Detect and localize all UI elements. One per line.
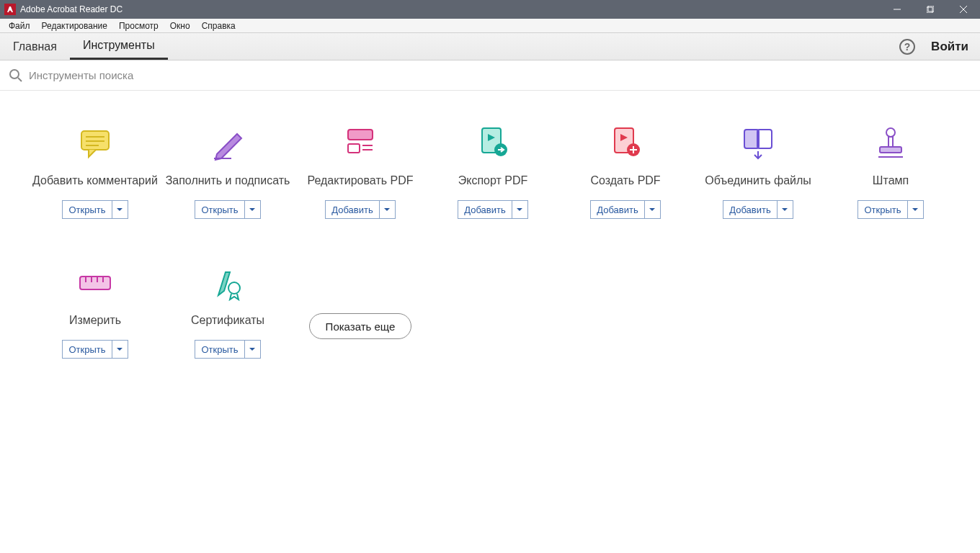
certificate-icon	[210, 265, 246, 301]
svg-rect-25	[888, 137, 893, 147]
tools-panel: Добавить комментарий Открыть Заполнить и…	[0, 91, 980, 359]
tool-action-menu[interactable]	[245, 200, 261, 219]
tool-action-menu[interactable]	[908, 200, 924, 219]
stamp-icon	[873, 125, 909, 161]
show-more-button[interactable]: Показать еще	[309, 313, 412, 339]
tool-action-button[interactable]: Открыть	[858, 200, 907, 219]
combine-files-icon	[740, 125, 776, 161]
menu-help[interactable]: Справка	[196, 19, 241, 33]
tool-action-button[interactable]: Открыть	[195, 200, 244, 219]
svg-line-6	[18, 78, 22, 81]
menu-window[interactable]: Окно	[164, 19, 196, 33]
svg-rect-28	[80, 276, 110, 289]
searchbar	[0, 60, 980, 91]
signin-button[interactable]: Войти	[931, 40, 968, 54]
menubar: Файл Редактирование Просмотр Окно Справк…	[0, 19, 980, 33]
tool-action-menu[interactable]	[778, 200, 793, 219]
search-icon	[9, 68, 23, 83]
help-glyph: ?	[904, 41, 911, 53]
edit-pdf-icon	[342, 125, 378, 161]
tool-label: Добавить комментарий	[32, 166, 158, 196]
tab-tools[interactable]: Инструменты	[70, 33, 168, 60]
tool-label: Штамп	[873, 166, 909, 196]
menu-file[interactable]: Файл	[3, 19, 36, 33]
tool-create-pdf[interactable]: Создать PDF Добавить	[559, 125, 692, 219]
tab-home[interactable]: Главная	[0, 33, 70, 60]
create-pdf-icon	[607, 125, 643, 161]
svg-rect-2	[928, 6, 934, 12]
svg-rect-26	[880, 147, 901, 153]
tool-action-menu[interactable]	[245, 340, 261, 359]
tool-action-menu[interactable]	[112, 200, 128, 219]
app-icon	[4, 4, 16, 15]
tool-label: Сертификаты	[191, 305, 264, 336]
svg-rect-13	[348, 144, 360, 153]
tool-action-button[interactable]: Добавить	[723, 200, 777, 219]
tool-stamp[interactable]: Штамп Открыть	[824, 125, 957, 219]
tool-label: Редактировать PDF	[308, 166, 414, 196]
search-input[interactable]	[29, 69, 971, 81]
tool-label: Измерить	[69, 305, 121, 336]
pen-icon	[210, 125, 246, 161]
tool-action-menu[interactable]	[645, 200, 661, 219]
tool-certificates[interactable]: Сертификаты Открыть	[161, 265, 294, 359]
tool-action-menu[interactable]	[380, 200, 396, 219]
maximize-button[interactable]	[914, 0, 947, 19]
tool-label: Объединить файлы	[705, 166, 811, 196]
tool-action-button[interactable]: Добавить	[590, 200, 644, 219]
tool-label: Создать PDF	[590, 166, 660, 196]
help-icon[interactable]: ?	[899, 39, 915, 55]
svg-rect-12	[348, 130, 373, 140]
tool-action-button[interactable]: Открыть	[62, 200, 112, 219]
svg-point-33	[228, 282, 240, 294]
tool-label: Заполнить и подписать	[166, 166, 290, 196]
tool-action-menu[interactable]	[512, 200, 528, 219]
comment-icon	[77, 125, 113, 161]
tool-action-button[interactable]: Открыть	[62, 340, 112, 359]
tool-action-button[interactable]: Открыть	[195, 340, 244, 359]
ruler-icon	[77, 265, 113, 301]
tool-measure[interactable]: Измерить Открыть	[29, 265, 161, 359]
export-pdf-icon	[475, 125, 511, 161]
tool-label: Экспорт PDF	[458, 166, 528, 196]
window-titlebar: Adobe Acrobat Reader DC	[0, 0, 980, 19]
tool-action-button[interactable]: Добавить	[458, 200, 512, 219]
window-title: Adobe Acrobat Reader DC	[20, 4, 122, 14]
tool-export-pdf[interactable]: Экспорт PDF Добавить	[427, 125, 559, 219]
minimize-button[interactable]	[881, 0, 914, 19]
menu-view[interactable]: Просмотр	[113, 19, 164, 33]
close-button[interactable]	[947, 0, 980, 19]
show-more-wrapper: Показать еще	[294, 265, 427, 359]
tool-combine-files[interactable]: Объединить файлы Добавить	[692, 125, 824, 219]
tool-action-menu[interactable]	[112, 340, 128, 359]
tool-action-button[interactable]: Добавить	[325, 200, 379, 219]
menu-edit[interactable]: Редактирование	[36, 19, 113, 33]
tool-fill-sign[interactable]: Заполнить и подписать Открыть	[161, 125, 294, 219]
svg-point-5	[10, 70, 19, 78]
tool-add-comment[interactable]: Добавить комментарий Открыть	[29, 125, 161, 219]
toolbar: Главная Инструменты ? Войти	[0, 33, 980, 60]
svg-rect-1	[927, 7, 932, 13]
svg-point-24	[886, 128, 895, 137]
tool-edit-pdf[interactable]: Редактировать PDF Добавить	[294, 125, 427, 219]
